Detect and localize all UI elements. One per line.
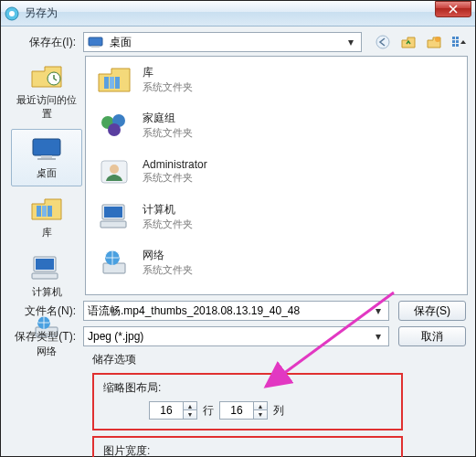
image-width-label: 图片宽度: [103, 443, 392, 457]
save-in-label: 保存在(I): [8, 35, 83, 50]
libraries-icon [95, 62, 133, 97]
network-icon [95, 245, 133, 280]
svg-point-1 [9, 11, 15, 16]
spin-up-icon[interactable]: ▲ [254, 402, 267, 410]
svg-point-7 [435, 37, 440, 42]
computer-icon [95, 199, 133, 234]
sidebar-label: 网络 [37, 345, 57, 358]
svg-rect-12 [452, 44, 455, 47]
item-title: 库 [143, 65, 193, 80]
svg-rect-8 [452, 37, 455, 39]
svg-rect-35 [104, 207, 122, 218]
list-item[interactable]: 库系统文件夹 [86, 57, 467, 102]
item-subtitle: 系统文件夹 [143, 171, 207, 185]
chevron-down-icon: ▾ [344, 36, 357, 48]
svg-rect-27 [110, 77, 114, 89]
cols-input[interactable] [220, 402, 253, 419]
libraries-icon [28, 193, 65, 224]
sidebar-label: 库 [42, 226, 52, 239]
item-title: 网络 [143, 248, 193, 263]
filetype-combo[interactable]: Jpeg (*.jpg) ▾ [83, 326, 389, 346]
svg-rect-22 [36, 259, 54, 270]
item-title: Administrator [143, 158, 207, 171]
svg-rect-4 [89, 37, 102, 46]
item-subtitle: 系统文件夹 [143, 126, 193, 140]
desktop-icon [88, 35, 104, 49]
sidebar-item-recent[interactable]: 最近访问的位置 [11, 56, 82, 127]
spin-down-icon[interactable]: ▼ [254, 410, 267, 419]
sidebar-label: 计算机 [32, 285, 62, 299]
item-subtitle: 系统文件夹 [143, 80, 193, 94]
svg-rect-18 [37, 206, 41, 217]
filetype-label: 保存类型(T): [8, 329, 83, 345]
svg-rect-16 [41, 155, 52, 158]
svg-point-31 [108, 123, 121, 136]
svg-rect-9 [456, 37, 459, 39]
sidebar-item-computer[interactable]: 计算机 [11, 248, 82, 305]
places-sidebar: 最近访问的位置 桌面 库 计算机 网络 [8, 56, 85, 295]
svg-rect-20 [48, 206, 52, 217]
chevron-down-icon: ▾ [372, 304, 385, 317]
svg-rect-36 [100, 221, 126, 228]
svg-rect-10 [452, 40, 455, 43]
list-item[interactable]: 计算机系统文件夹 [86, 194, 467, 239]
svg-rect-23 [32, 273, 58, 279]
user-icon [95, 154, 133, 188]
image-width-group: 图片宽度: ▲▼ px [92, 436, 403, 457]
svg-rect-26 [104, 77, 109, 89]
rows-spinner[interactable]: ▲▼ [149, 401, 197, 420]
spin-down-icon[interactable]: ▼ [184, 410, 196, 419]
cancel-button-label: 取消 [421, 329, 443, 345]
save-in-value: 桌面 [110, 35, 344, 50]
window-title: 另存为 [25, 5, 435, 21]
back-button[interactable] [375, 34, 391, 50]
cols-spinner[interactable]: ▲▼ [219, 401, 268, 420]
spin-up-icon[interactable]: ▲ [184, 402, 196, 410]
close-icon [449, 5, 458, 14]
cols-unit: 列 [273, 403, 284, 419]
save-as-dialog: 另存为 保存在(I): 桌面 ▾ [0, 0, 476, 457]
sidebar-label: 桌面 [37, 166, 57, 180]
filename-label: 文件名(N): [8, 303, 83, 319]
chevron-down-icon: ▾ [372, 330, 385, 343]
thumb-layout-label: 缩略图布局: [103, 380, 392, 396]
rows-input[interactable] [150, 402, 183, 419]
computer-icon [28, 252, 65, 283]
filetype-value: Jpeg (*.jpg) [88, 330, 372, 343]
list-item[interactable]: 家庭组系统文件夹 [86, 102, 467, 148]
sidebar-label: 最近访问的位置 [14, 93, 79, 121]
desktop-icon [28, 133, 65, 165]
svg-point-33 [110, 165, 119, 174]
sidebar-item-libraries[interactable]: 库 [11, 188, 82, 246]
up-one-level-button[interactable] [400, 34, 417, 50]
svg-rect-19 [42, 206, 47, 217]
new-folder-button[interactable] [426, 34, 442, 50]
save-button[interactable]: 保存(S) [398, 301, 466, 321]
filename-value: 语流畅.mp4_thumbs_2018.08.13.19_40_48 [88, 303, 372, 319]
svg-rect-15 [33, 139, 60, 155]
cancel-button[interactable]: 取消 [398, 326, 466, 346]
titlebar: 另存为 [1, 1, 475, 27]
rows-unit: 行 [203, 403, 214, 419]
save-in-combo[interactable]: 桌面 ▾ [83, 32, 362, 52]
item-title: 计算机 [143, 202, 193, 218]
list-item[interactable]: 网络系统文件夹 [86, 239, 467, 285]
svg-rect-11 [456, 40, 459, 43]
file-list[interactable]: 库系统文件夹 家庭组系统文件夹 Administrator系统文件夹 计算机系统… [85, 56, 468, 295]
sidebar-item-desktop[interactable]: 桌面 [11, 129, 82, 186]
recent-icon [28, 60, 65, 91]
homegroup-icon [95, 108, 133, 143]
view-menu-button[interactable] [451, 34, 468, 50]
item-subtitle: 系统文件夹 [143, 218, 193, 231]
close-button[interactable] [435, 1, 471, 17]
item-subtitle: 系统文件夹 [143, 263, 193, 277]
svg-rect-13 [456, 44, 459, 47]
thumb-layout-group: 缩略图布局: ▲▼ 行 ▲▼ 列 [92, 373, 403, 430]
item-title: 家庭组 [143, 111, 193, 126]
app-icon [5, 6, 19, 21]
svg-point-6 [376, 36, 389, 48]
svg-rect-5 [91, 46, 100, 48]
filename-combo[interactable]: 语流畅.mp4_thumbs_2018.08.13.19_40_48 ▾ [83, 301, 389, 321]
list-item[interactable]: Administrator系统文件夹 [86, 148, 467, 194]
storage-options-title: 储存选项 [92, 352, 468, 367]
